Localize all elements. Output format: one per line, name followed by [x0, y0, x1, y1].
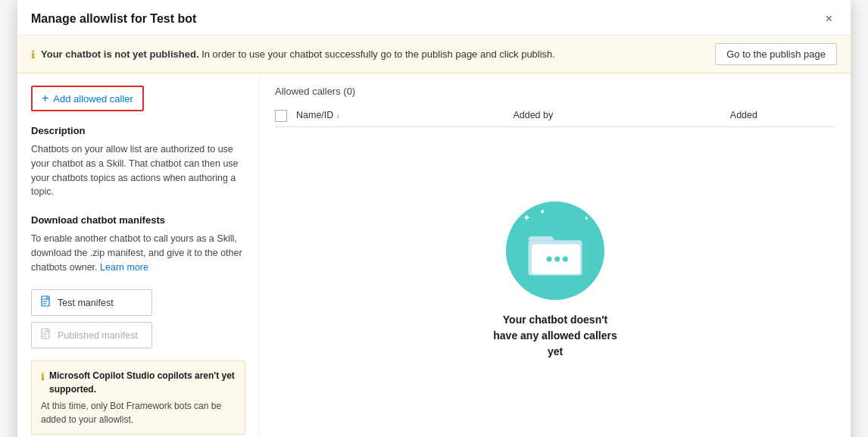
- svg-point-6: [563, 257, 568, 262]
- warning-text-bold: Your chatbot is not yet published.: [41, 48, 199, 60]
- empty-state-text: Your chatbot doesn't have any allowed ca…: [493, 312, 617, 360]
- doc-icon-test: [41, 295, 52, 310]
- copilot-warning-box: ℹ Microsoft Copilot Studio copilots aren…: [31, 361, 245, 435]
- sparkle-icon-3: ✦: [584, 215, 589, 222]
- warning-banner: ℹ Your chatbot is not yet published. In …: [17, 36, 851, 73]
- dialog-title: Manage allowlist for Test bot: [31, 12, 196, 26]
- warning-text-rest: In order to use your chatbot successfull…: [201, 48, 555, 60]
- download-title: Download chatbot manifests: [31, 214, 245, 226]
- folder-svg: [525, 224, 585, 277]
- plus-icon: +: [42, 92, 48, 105]
- empty-state: ✦ ✦ ✦: [275, 127, 835, 435]
- dialog-body: + Add allowed caller Description Chatbot…: [17, 73, 851, 437]
- warning-box-icon: ℹ: [41, 370, 45, 385]
- header-checkbox: [275, 109, 290, 122]
- learn-more-link[interactable]: Learn more: [100, 262, 148, 273]
- download-text: To enable another chatbot to call yours …: [31, 232, 245, 274]
- warning-banner-left: ℹ Your chatbot is not yet published. In …: [31, 48, 555, 61]
- warning-box-header: ℹ Microsoft Copilot Studio copilots aren…: [41, 369, 236, 396]
- add-caller-label: Add allowed caller: [53, 93, 133, 105]
- right-panel: Allowed callers (0) Name/ID ↓ Added by A…: [260, 73, 851, 437]
- close-button[interactable]: ×: [821, 11, 837, 27]
- sort-icon: ↓: [336, 111, 340, 120]
- manifest-buttons: Test manifest Published manifest: [31, 289, 245, 348]
- header-checkbox-icon: [275, 110, 287, 122]
- test-manifest-label: Test manifest: [58, 298, 114, 308]
- doc-icon-published: [41, 328, 52, 342]
- add-allowed-caller-button[interactable]: + Add allowed caller: [31, 86, 144, 111]
- col-added-by-header: Added by: [513, 110, 723, 120]
- col-added-header: Added: [730, 110, 835, 120]
- warning-box-text: At this time, only Bot Framework bots ca…: [41, 401, 221, 425]
- published-manifest-button[interactable]: Published manifest: [31, 322, 152, 348]
- svg-point-4: [546, 257, 551, 262]
- published-manifest-label: Published manifest: [58, 330, 138, 341]
- table-header: Name/ID ↓ Added by Added: [275, 105, 835, 127]
- sparkle-icon-2: ✦: [539, 208, 545, 216]
- left-panel: + Add allowed caller Description Chatbot…: [17, 73, 260, 437]
- svg-point-5: [554, 257, 560, 262]
- dialog-header: Manage allowlist for Test bot ×: [17, 0, 851, 36]
- description-text: Chatbots on your allow list are authoriz…: [31, 142, 245, 199]
- description-title: Description: [31, 125, 245, 136]
- folder-illustration: ✦ ✦ ✦: [506, 201, 604, 300]
- allowed-callers-header: Allowed callers (0): [275, 86, 835, 97]
- test-manifest-button[interactable]: Test manifest: [31, 289, 152, 316]
- info-icon: ℹ: [31, 48, 35, 61]
- sparkle-icon-1: ✦: [523, 212, 531, 223]
- warning-box-title: Microsoft Copilot Studio copilots aren't…: [49, 369, 236, 396]
- manage-allowlist-dialog: Manage allowlist for Test bot × ℹ Your c…: [17, 0, 851, 437]
- col-name-header: Name/ID ↓: [296, 110, 507, 120]
- warning-text: Your chatbot is not yet published. In or…: [41, 48, 555, 60]
- go-to-publish-button[interactable]: Go to the publish page: [715, 43, 837, 65]
